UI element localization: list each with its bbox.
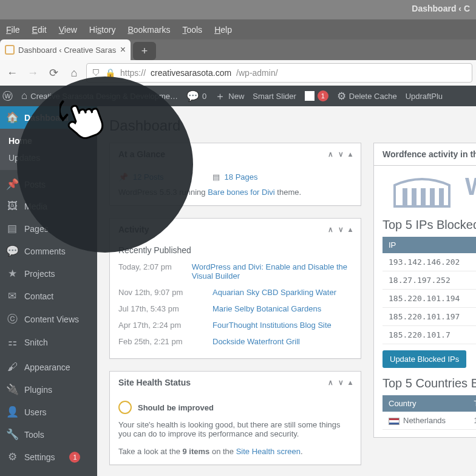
new-content[interactable]: ＋New [215,89,244,103]
media-icon: 🖼 [6,200,18,212]
svg-rect-3 [430,188,435,206]
ip-cell: 185.220.101.7 [382,326,476,344]
activity-date: Jul 17th, 5:43 pm [118,304,212,313]
menu-bookmarks[interactable]: Bookmarks [127,25,170,35]
wrench-icon: 🔧 [6,428,18,441]
wp-logo-icon[interactable]: ⓦ [2,89,13,103]
content-area: Dashboard At a Glance∧∨▴ 📌12 Posts ▤18 P… [97,106,476,476]
glance-title: At a Glance [118,149,165,159]
health-status: Should be improved [138,403,214,412]
sidebar-item-tools[interactable]: 🔧Tools [0,423,97,446]
sidebar-item-seo[interactable]: ◷SEO [0,468,97,476]
svg-rect-1 [412,188,416,206]
health-ring-icon [118,401,132,414]
chevron-down-icon[interactable]: ∨ [338,225,344,234]
delete-cache[interactable]: ⚙Delete Cache [337,90,397,103]
activity-row: Feb 25th, 2:21 pmDockside Waterfront Gri… [118,333,352,350]
wordfence-logo-icon [382,173,461,209]
back-icon[interactable]: ← [4,64,21,81]
activity-link[interactable]: FourThought Institutions Blog Site [212,321,332,330]
activity-link[interactable]: WordPress and Divi: Enable and Disable t… [192,262,347,280]
menu-view[interactable]: View [59,25,77,35]
chevron-down-icon[interactable]: ∨ [338,378,344,387]
theme-link[interactable]: Bare bones for Divi [208,188,275,197]
sidebar-item-projects[interactable]: ★Projects [0,262,97,285]
menu-history[interactable]: History [89,25,116,35]
collapse-icon[interactable]: ▴ [348,378,352,387]
page-icon: ▤ [212,172,220,182]
forward-icon[interactable]: → [24,64,41,81]
sidebar-item-comments[interactable]: 💬Comments [0,240,97,262]
ip-cell: 193.142.146.202 [382,253,476,271]
health-items-line: Take a look at the 9 items on the Site H… [118,447,352,456]
activity-link[interactable]: Marie Selby Botanical Gardens [212,304,321,313]
sliders-icon: ⚙ [6,450,18,463]
updraft[interactable]: UpdraftPlu [406,92,443,101]
activity-row: Nov 12th, 9:07 pmAquarian Sky CBD Sparkl… [118,284,352,301]
close-icon[interactable]: × [120,44,126,55]
reload-icon[interactable]: ⟳ [45,64,62,81]
chevron-up-icon[interactable]: ∧ [328,150,333,158]
slider-badge[interactable]: 1 [305,90,328,101]
activity-link[interactable]: Dockside Waterfront Grill [212,337,300,346]
sidebar-item-media[interactable]: 🖼Media [0,195,97,217]
home-icon[interactable]: ⌂ [66,64,83,81]
site-health-box: Site Health Status∧∨▴ Should be improved… [109,371,361,465]
admin-sidebar: 🏠Dashboard Home Updates 📌Posts 🖼Media ▤P… [0,106,97,476]
ips-table: IP 193.142.146.20218.27.197.252185.220.1… [382,237,476,344]
page-title: Dashboard [109,106,464,143]
menu-edit[interactable]: Edit [32,25,47,35]
smart-slider[interactable]: Smart Slider [253,92,296,101]
activity-row: Today, 2:07 pmWordPress and Divi: Enable… [118,259,352,284]
ip-header: IP [382,237,476,253]
sidebar-sub-updates[interactable]: Updates [0,149,97,166]
wordfence-title: Wordfence activity in th [373,143,476,165]
nav-bar: ← → ⟳ ⌂ ⛉ 🔒 https://creativesarasota.com… [0,60,476,86]
countries-table: CountryTota Netherlands1 [382,395,476,430]
comments-count[interactable]: 💬0 [186,90,206,103]
menu-file[interactable]: File [6,25,20,35]
country-count: 1 [468,412,476,430]
sidebar-item-settings[interactable]: ⚙Settings 1 [0,446,97,468]
window-title: Dashboard ‹ C [0,0,476,19]
plug-icon: 🔌 [6,383,18,396]
health-desc: Your site's health is looking good, but … [118,420,352,447]
settings-badge: 1 [69,452,80,463]
sidebar-item-pages[interactable]: ▤Pages [0,217,97,240]
sidebar-item-contentviews[interactable]: ⓒContent Views [0,307,97,331]
user-icon: 👤 [6,406,18,418]
flag-icon [389,418,399,425]
chevron-up-icon[interactable]: ∧ [328,378,333,387]
browser-menu-bar: File Edit View History Bookmarks Tools H… [0,19,476,39]
url-bar[interactable]: ⛉ 🔒 https://creativesarasota.com/wp-admi… [86,63,472,83]
posts-count-link[interactable]: 12 Posts [133,172,164,182]
svg-rect-2 [421,188,426,206]
update-blocked-ips-button[interactable]: Update Blocked IPs [382,350,466,368]
activity-date: Nov 12th, 9:07 pm [118,288,212,297]
site-name[interactable]: ⌂Creative Sarasota Design & Developme… [21,90,178,102]
brush-icon: 🖌 [6,361,18,373]
collapse-icon[interactable]: ▴ [348,225,352,234]
sidebar-item-contact[interactable]: ✉Contact [0,285,97,307]
country-cell: Netherlands [382,412,468,430]
menu-tools[interactable]: Tools [182,25,202,35]
health-screen-link[interactable]: Site Health screen [236,447,301,456]
sidebar-item-dashboard[interactable]: 🏠Dashboard [0,106,97,129]
pages-count-link[interactable]: 18 Pages [225,172,258,182]
menu-help[interactable]: Help [214,25,232,35]
chevron-down-icon[interactable]: ∨ [338,150,344,158]
activity-link[interactable]: Aquarian Sky CBD Sparkling Water [212,288,336,297]
new-tab-button[interactable]: + [133,42,156,60]
sidebar-sub-home[interactable]: Home [0,132,97,149]
svg-rect-4 [439,188,444,206]
ip-cell: 18.27.197.252 [382,271,476,290]
sidebar-item-plugins[interactable]: 🔌Plugins [0,378,97,401]
sidebar-item-appearance[interactable]: 🖌Appearance [0,356,97,378]
sidebar-item-snitch[interactable]: ⚏Snitch [0,331,97,353]
total-header: Tota [468,395,476,412]
sidebar-item-posts[interactable]: 📌Posts [0,173,97,195]
browser-tab[interactable]: Dashboard ‹ Creative Saras… × [0,39,131,60]
collapse-icon[interactable]: ▴ [348,150,352,158]
chevron-up-icon[interactable]: ∧ [328,225,333,234]
sidebar-item-users[interactable]: 👤Users [0,401,97,423]
